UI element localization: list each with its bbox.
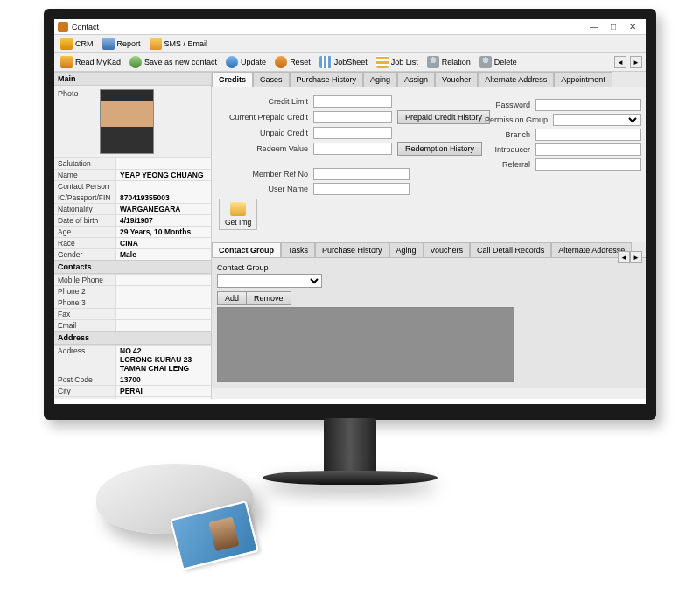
password-input[interactable] <box>536 99 640 111</box>
close-button[interactable]: ✕ <box>623 22 642 31</box>
member-ref-label: Member Ref No <box>219 170 308 178</box>
tab-appointment[interactable]: Appointment <box>554 72 612 87</box>
save-icon <box>130 56 142 68</box>
field-row: RaceCINA <box>54 237 211 248</box>
tab-scroll-left[interactable]: ◄ <box>614 56 626 68</box>
toolbar-secondary: Read MyKad Save as new contact Update Re… <box>54 53 646 72</box>
tab-scroll-right[interactable]: ► <box>630 56 642 68</box>
field-value[interactable]: NO 42 LORONG KURAU 23 TAMAN CHAI LENG <box>116 346 211 374</box>
minimize-button[interactable]: — <box>584 22 604 31</box>
app-icon <box>58 22 68 32</box>
subtab-call-detail-records[interactable]: Call Detail Records <box>470 242 551 257</box>
subtab-tasks[interactable]: Tasks <box>281 242 315 257</box>
field-row: CityPERAI <box>54 385 211 396</box>
report-button[interactable]: Report <box>100 37 144 51</box>
report-label: Report <box>117 39 141 48</box>
field-value[interactable] <box>116 320 211 331</box>
contact-photo[interactable] <box>100 89 154 154</box>
field-row: GenderMale <box>54 248 211 260</box>
field-value[interactable]: Male <box>116 249 211 260</box>
field-value[interactable] <box>116 286 211 297</box>
field-value[interactable]: PULAU PINANG <box>116 397 211 399</box>
jobsheet-label: JobSheet <box>334 58 368 66</box>
tab-aging[interactable]: Aging <box>363 72 397 87</box>
redeem-value-input[interactable] <box>313 143 392 155</box>
update-button[interactable]: Update <box>223 55 269 69</box>
section-contacts: Contacts <box>54 260 211 274</box>
save-label: Save as new contact <box>144 58 217 66</box>
contact-group-area[interactable] <box>217 307 514 382</box>
introducer-input[interactable] <box>536 143 640 156</box>
maximize-button[interactable]: □ <box>604 22 623 31</box>
referral-input[interactable] <box>536 158 640 171</box>
field-value[interactable] <box>116 297 211 308</box>
add-button[interactable]: Add <box>218 292 247 304</box>
field-row: Salutation <box>54 157 211 169</box>
relation-button[interactable]: Relation <box>424 55 473 69</box>
contact-group-panel: Contact Group Add Remove <box>212 258 646 388</box>
read-mykad-button[interactable]: Read MyKad <box>58 55 123 69</box>
field-value[interactable]: YEAP YEONG CHUANG <box>116 170 211 180</box>
tab-cases[interactable]: Cases <box>253 72 290 87</box>
tab-assign[interactable]: Assign <box>397 72 435 87</box>
tab-purchase-history[interactable]: Purchase History <box>290 72 364 87</box>
redeem-value-label: Redeem Value <box>219 144 308 153</box>
joblist-button[interactable]: Job List <box>374 55 421 69</box>
member-ref-input[interactable] <box>313 168 410 180</box>
redemption-history-button[interactable]: Redemption History <box>397 142 482 156</box>
subtab-aging[interactable]: Aging <box>389 242 424 257</box>
current-prepaid-input[interactable] <box>313 111 392 123</box>
contact-group-select[interactable] <box>217 274 322 288</box>
crm-button[interactable]: CRM <box>58 37 96 51</box>
jobsheet-button[interactable]: JobSheet <box>317 55 370 69</box>
field-key: Phone 2 <box>54 286 116 297</box>
field-value[interactable] <box>116 158 211 169</box>
sms-email-button[interactable]: SMS / Email <box>147 37 211 51</box>
delete-button[interactable]: Delete <box>477 55 520 69</box>
field-value[interactable]: 870419355003 <box>116 192 211 203</box>
subtab-scroll-right[interactable]: ► <box>630 251 642 263</box>
password-label: Password <box>474 101 530 109</box>
update-icon <box>226 56 238 68</box>
referral-label: Referral <box>474 160 530 169</box>
relation-label: Relation <box>442 58 471 66</box>
field-value[interactable]: 29 Years, 10 Months <box>116 227 211 237</box>
tab-voucher[interactable]: Voucher <box>435 72 478 87</box>
field-value[interactable]: PERAI <box>116 386 211 396</box>
right-panel: CreditsCasesPurchase HistoryAgingAssignV… <box>212 72 646 399</box>
field-value[interactable] <box>116 275 211 285</box>
field-row: Date of birth4/19/1987 <box>54 214 211 226</box>
field-value[interactable]: CINA <box>116 238 211 248</box>
reset-button[interactable]: Reset <box>272 55 313 69</box>
introducer-label: Introducer <box>474 145 530 154</box>
field-value[interactable]: 13700 <box>116 374 211 385</box>
crm-icon <box>60 38 73 50</box>
relation-icon <box>427 56 439 68</box>
toolbar-primary: CRM Report SMS / Email <box>54 35 646 53</box>
username-input[interactable] <box>313 183 410 195</box>
field-value[interactable]: 4/19/1987 <box>116 215 211 226</box>
subtab-purchase-history[interactable]: Purchase History <box>315 242 389 257</box>
id-card-photo <box>208 516 239 551</box>
field-key: Date of birth <box>54 215 116 226</box>
subtab-contact-group[interactable]: Contact Group <box>212 242 281 257</box>
reset-icon <box>275 56 287 68</box>
subtab-vouchers[interactable]: Vouchers <box>424 242 471 257</box>
photo-row: Photo <box>54 86 211 157</box>
field-key: Fax <box>54 309 116 319</box>
tab-credits[interactable]: Credits <box>212 72 253 87</box>
get-img-button[interactable]: Get Img <box>219 199 257 230</box>
permission-group-select[interactable] <box>553 114 640 126</box>
unpaid-credit-input[interactable] <box>313 127 392 139</box>
delete-icon <box>480 56 492 68</box>
subtab-scroll-left[interactable]: ◄ <box>618 251 630 263</box>
branch-input[interactable] <box>536 129 640 141</box>
field-value[interactable] <box>116 309 211 319</box>
credit-limit-input[interactable] <box>313 95 392 108</box>
field-value[interactable]: WARGANEGARA <box>116 204 211 214</box>
remove-button[interactable]: Remove <box>247 292 290 304</box>
tab-alternate-address[interactable]: Alternate Address <box>478 72 554 87</box>
branch-label: Branch <box>474 130 530 139</box>
save-new-contact-button[interactable]: Save as new contact <box>127 55 220 69</box>
field-value[interactable] <box>116 181 211 192</box>
